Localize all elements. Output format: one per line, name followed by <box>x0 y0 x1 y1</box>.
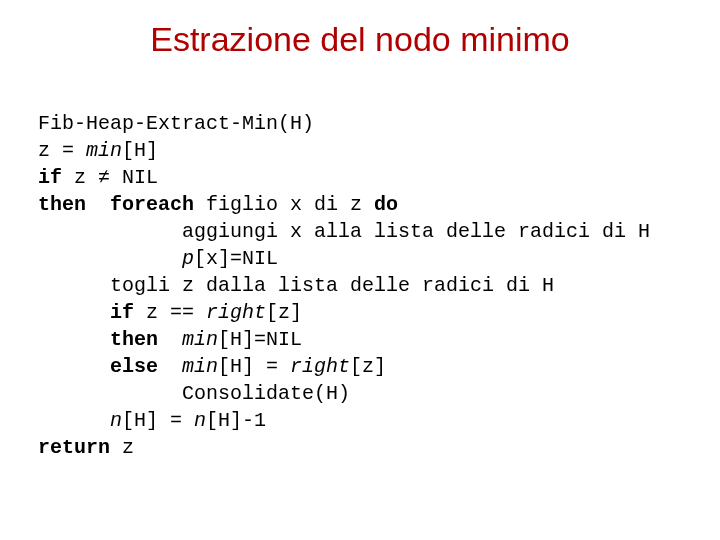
code-line-11: Consolidate(H) <box>38 382 350 405</box>
code-line-9c <box>158 328 182 351</box>
code-line-4a: then <box>38 193 86 216</box>
code-line-3a: if <box>38 166 62 189</box>
slide: Estrazione del nodo minimo Fib-Heap-Extr… <box>0 0 720 540</box>
code-line-4c: foreach <box>110 193 194 216</box>
code-line-7: togli z dalla lista delle radici di H <box>38 274 554 297</box>
code-line-10e: [H] = <box>218 355 290 378</box>
code-line-4e: do <box>374 193 398 216</box>
code-line-8a <box>38 301 110 324</box>
code-line-13b: z <box>110 436 134 459</box>
code-line-10a <box>38 355 110 378</box>
code-line-5: aggiungi x alla lista delle radici di H <box>38 220 650 243</box>
code-line-10g: [z] <box>350 355 386 378</box>
code-line-2a: z = <box>38 139 86 162</box>
code-line-8e: [z] <box>266 301 302 324</box>
slide-title: Estrazione del nodo minimo <box>0 20 720 59</box>
code-line-9a <box>38 328 110 351</box>
code-line-6a <box>38 247 182 270</box>
code-line-8b: if <box>110 301 134 324</box>
code-line-9d: min <box>182 328 218 351</box>
code-line-10d: min <box>182 355 218 378</box>
code-line-10c <box>158 355 182 378</box>
code-line-12b: n <box>110 409 122 432</box>
code-line-12d: n <box>194 409 206 432</box>
code-line-12e: [H]-1 <box>206 409 266 432</box>
code-line-9e: [H]=NIL <box>218 328 302 351</box>
code-line-10f: right <box>290 355 350 378</box>
code-line-4d: figlio x di z <box>194 193 374 216</box>
code-line-3b: z ≠ NIL <box>62 166 158 189</box>
code-line-2b: min <box>86 139 122 162</box>
code-line-6c: [x]=NIL <box>194 247 278 270</box>
code-line-13a: return <box>38 436 110 459</box>
code-line-8d: right <box>206 301 266 324</box>
code-line-10b: else <box>110 355 158 378</box>
code-line-4b <box>86 193 110 216</box>
code-line-12a <box>38 409 110 432</box>
code-line-9b: then <box>110 328 158 351</box>
code-line-6b: p <box>182 247 194 270</box>
pseudocode-block: Fib-Heap-Extract-Min(H) z = min[H] if z … <box>38 110 700 461</box>
code-line-12c: [H] = <box>122 409 194 432</box>
code-line-8c: z == <box>134 301 206 324</box>
code-line-1: Fib-Heap-Extract-Min(H) <box>38 112 314 135</box>
code-line-2c: [H] <box>122 139 158 162</box>
